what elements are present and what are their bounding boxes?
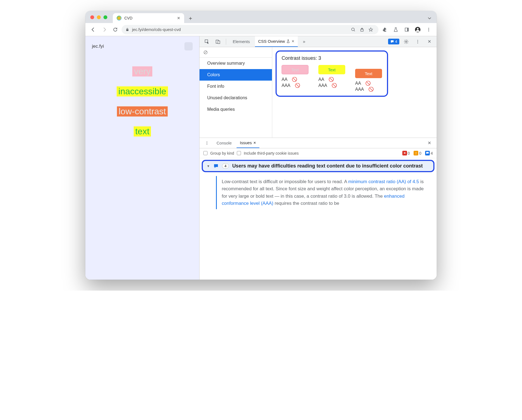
tab-favicon: 🙂 xyxy=(117,16,122,21)
minimize-window-button[interactable] xyxy=(97,15,101,19)
svg-point-15 xyxy=(417,41,418,42)
tab-close-icon[interactable]: ✕ xyxy=(177,16,180,20)
issue-title: Users may have difficulties reading text… xyxy=(232,163,430,169)
link-min-contrast[interactable]: minimum contrast ratio (AA) of 4.5 xyxy=(348,179,419,184)
svg-point-20 xyxy=(207,144,207,144)
swatch-preview: Text xyxy=(355,69,382,78)
new-tab-button[interactable]: ＋ xyxy=(186,14,195,22)
disclosure-triangle-icon[interactable]: ▼ xyxy=(207,164,210,168)
fail-icon: 🚫 xyxy=(329,77,334,82)
chat-icon xyxy=(390,40,394,44)
labs-icon[interactable] xyxy=(391,25,400,34)
sample-text-2: inaccessible xyxy=(117,86,168,97)
toolbar: jec.fyi/demo/cds-quest-cvd xyxy=(85,23,437,36)
drawer-kebab-icon[interactable] xyxy=(202,138,212,148)
settings-icon[interactable] xyxy=(402,37,411,46)
tab-close-icon[interactable]: ✕ xyxy=(253,141,256,145)
svg-rect-0 xyxy=(126,29,128,31)
extensions-icon[interactable] xyxy=(380,25,389,34)
filter-label: Group by kind xyxy=(210,151,234,155)
devtools-drawer: Console Issues✕ ✕ Group by kind Include … xyxy=(200,138,437,280)
svg-point-7 xyxy=(428,28,429,29)
checkbox-group-by-kind[interactable] xyxy=(203,151,207,155)
svg-point-13 xyxy=(406,41,407,42)
issue-description: Low-contrast text is difficult or imposs… xyxy=(216,176,432,209)
device-toggle-icon[interactable] xyxy=(213,37,223,46)
tab-title: CVD xyxy=(124,16,174,20)
svg-point-9 xyxy=(428,30,429,31)
svg-point-14 xyxy=(417,40,418,41)
issues-badge[interactable]: 4 xyxy=(388,39,399,44)
swatch-preview: Text xyxy=(318,65,345,74)
svg-point-19 xyxy=(207,143,207,143)
content-area: jec.fyi very inaccessible low-contrast t… xyxy=(85,36,437,280)
sidepanel-icon[interactable] xyxy=(402,25,411,34)
profile-icon[interactable] xyxy=(413,25,422,34)
sample-text-4: text xyxy=(134,126,151,137)
svg-rect-4 xyxy=(407,28,408,31)
browser-tab[interactable]: 🙂 CVD ✕ xyxy=(113,13,184,23)
nav-colors[interactable]: Colors xyxy=(200,69,272,81)
svg-point-16 xyxy=(417,42,418,43)
fail-icon: 🚫 xyxy=(292,77,297,82)
browser-window: 🙂 CVD ✕ ＋ jec.fyi/demo/cds-quest-cvd xyxy=(85,11,437,280)
swatch-preview: Text xyxy=(282,65,308,74)
issues-filterbar: Group by kind Include third-party cookie… xyxy=(200,148,437,158)
svg-point-8 xyxy=(428,29,429,30)
svg-point-18 xyxy=(207,141,207,142)
nav-overview-summary[interactable]: Overview summary xyxy=(200,58,272,69)
checkbox-third-party[interactable] xyxy=(237,151,241,155)
nav-font-info[interactable]: Font info xyxy=(200,81,272,92)
address-bar[interactable]: jec.fyi/demo/cds-quest-cvd xyxy=(122,25,378,34)
tab-elements[interactable]: Elements xyxy=(229,36,253,47)
fail-icon: 🚫 xyxy=(295,83,300,88)
close-drawer-icon[interactable]: ✕ xyxy=(425,138,434,148)
dark-mode-toggle[interactable] xyxy=(184,42,193,50)
window-controls xyxy=(90,15,107,19)
kebab-icon[interactable] xyxy=(413,37,422,46)
drawer-tab-console[interactable]: Console xyxy=(213,138,235,148)
errors-count[interactable]: ✕0 xyxy=(402,151,410,155)
devtools-panel: Elements CSS Overview ✕ » 4 ✕ xyxy=(199,36,437,280)
reload-button[interactable] xyxy=(111,25,120,34)
menu-icon[interactable] xyxy=(424,25,433,34)
svg-point-1 xyxy=(352,28,354,31)
css-overview-sidebar: Overview summary Colors Font info Unused… xyxy=(200,47,272,138)
tabs-overflow-icon[interactable] xyxy=(427,16,432,20)
close-devtools-icon[interactable]: ✕ xyxy=(425,37,434,46)
contrast-swatch-3[interactable]: Text AA🚫 AAA🚫 xyxy=(355,69,382,92)
contrast-title: Contrast issues: 3 xyxy=(282,55,382,61)
drawer-tabbar: Console Issues✕ ✕ xyxy=(200,138,437,148)
info-count[interactable]: 4 xyxy=(425,151,433,155)
forward-button[interactable] xyxy=(100,25,109,34)
nav-media-queries[interactable]: Media queries xyxy=(200,104,272,115)
page-brand: jec.fyi xyxy=(92,44,104,49)
close-window-button[interactable] xyxy=(90,15,94,19)
contrast-swatch-1[interactable]: Text AA🚫 AAA🚫 xyxy=(282,65,308,92)
maximize-window-button[interactable] xyxy=(103,15,107,19)
contrast-swatch-2[interactable]: Text AA🚫 AAA🚫 xyxy=(318,65,345,92)
devtools-tabbar: Elements CSS Overview ✕ » 4 ✕ xyxy=(200,36,437,47)
moon-icon xyxy=(186,44,191,49)
fail-icon: 🚫 xyxy=(368,87,374,92)
svg-rect-12 xyxy=(218,41,220,44)
url-text: jec.fyi/demo/cds-quest-cvd xyxy=(132,27,181,32)
issue-header[interactable]: ▼ 4 Users may have difficulties reading … xyxy=(202,160,434,172)
back-button[interactable] xyxy=(89,25,98,34)
page-viewport: jec.fyi very inaccessible low-contrast t… xyxy=(85,36,199,280)
nav-unused-declarations[interactable]: Unused declarations xyxy=(200,92,272,104)
drawer-tab-issues[interactable]: Issues✕ xyxy=(237,138,259,148)
filter-label: Include third-party cookie issues xyxy=(244,151,299,155)
tab-css-overview[interactable]: CSS Overview ✕ xyxy=(255,36,298,47)
inspect-icon[interactable] xyxy=(202,37,212,46)
bookmark-icon[interactable] xyxy=(367,26,375,33)
warnings-count[interactable]: !0 xyxy=(414,151,421,155)
titlebar: 🙂 CVD ✕ ＋ xyxy=(85,11,437,23)
sample-text-3: low-contrast xyxy=(117,106,168,117)
tab-close-icon[interactable]: ✕ xyxy=(291,39,294,43)
zoom-icon[interactable] xyxy=(349,26,357,33)
share-icon[interactable] xyxy=(358,26,366,33)
clear-icon[interactable] xyxy=(200,47,272,58)
more-tabs-icon[interactable]: » xyxy=(299,37,309,46)
css-overview-main: Contrast issues: 3 Text AA🚫 AAA🚫 Text AA… xyxy=(272,47,437,138)
